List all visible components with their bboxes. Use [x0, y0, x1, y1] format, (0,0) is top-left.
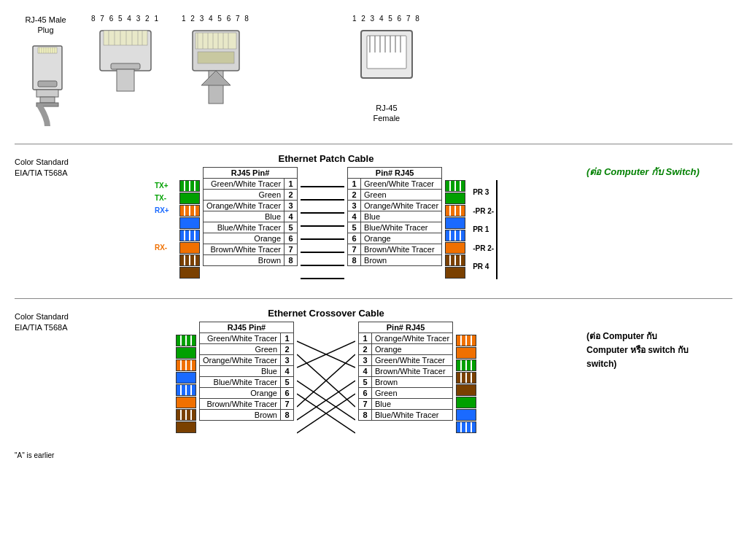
co-right-row-5: 5Brown	[359, 376, 453, 387]
patch-right-pin-6: 6	[348, 233, 361, 244]
swatch-patch-right-2	[445, 192, 465, 204]
patch-cable-section: Color Standard EIA/TIA T568A Ethernet Pa…	[7, 149, 740, 294]
tx-rx-column: TX+ TX- RX+ RX-	[155, 167, 177, 279]
co-right-pin-5: 5	[359, 376, 372, 387]
pr2b-label: -PR 2-	[473, 244, 494, 252]
patch-left-name-6: Orange	[203, 233, 284, 244]
co-left-row-3: Orange/White Tracer3	[199, 354, 293, 365]
co-left-name-2: Green	[199, 343, 280, 354]
co-right-pin-1: 1	[359, 332, 372, 343]
rj45-male-front: 1 2 3 4 5 6 7 8	[182, 15, 250, 110]
patch-left-name-3: Orange/White Tracer	[203, 200, 284, 211]
pr2b-group: -PR 2-	[473, 242, 498, 254]
svg-rect-2	[40, 97, 55, 103]
patch-annotation-text: (ต่อ Computer กับ Switch)	[587, 164, 732, 179]
crossover-lines-svg	[297, 335, 355, 444]
patch-right-name-8: Brown	[361, 254, 442, 265]
co-right-row-1: 1Orange/White Tracer	[359, 332, 453, 343]
pr3-label: PR 3	[473, 188, 489, 196]
co-right-name-1: Orange/White Tracer	[372, 332, 453, 343]
swatch-co-left-6	[176, 397, 196, 408]
crossover-cable-section: Color Standard EIA/TIA T568A Ethernet Cr…	[7, 303, 740, 448]
connectors-section: RJ-45 Male Plug	[7, 7, 740, 136]
co-right-pin-6: 6	[359, 387, 372, 398]
rj45-male-label: RJ-45 Male Plug	[25, 15, 66, 36]
patch-left-pin-2: 2	[285, 189, 298, 200]
patch-right-header: Pin# RJ45	[348, 167, 442, 178]
patch-right-name-7: Brown/White Tracer	[361, 244, 442, 254]
co-right-name-3: Green/White Tracer	[372, 354, 453, 365]
patch-right-swatches	[445, 167, 465, 279]
co-left-row-6: Orange6	[199, 387, 293, 398]
pr4-label: PR 4	[473, 262, 489, 271]
patch-right-row-6: 6Orange	[348, 233, 442, 244]
swatch-patch-right-7	[445, 254, 465, 266]
tx-rx-blank2	[155, 230, 177, 241]
patch-left-row-2: Green2	[203, 189, 297, 200]
patch-right-name-4: Blue	[361, 211, 442, 222]
patch-left-name-1: Green/White Tracer	[203, 178, 284, 189]
patch-left-pin-3: 3	[285, 200, 298, 211]
pr3-group: PR 3	[473, 180, 498, 205]
co-left-pin-1: 1	[281, 332, 294, 343]
patch-left-pin-1: 1	[285, 178, 298, 189]
crossover-right-swatches	[456, 322, 476, 434]
patch-right-pin-5: 5	[348, 222, 361, 233]
tx-plus-label: TX+	[155, 180, 177, 192]
svg-rect-34	[198, 52, 234, 63]
patch-left-pin-5: 5	[285, 222, 298, 233]
patch-right-name-5: Blue/White Tracer	[361, 222, 442, 233]
patch-right-name-6: Orange	[361, 233, 442, 244]
crossover-text-2: Computer หรือ switch กับ	[587, 345, 689, 355]
svg-rect-5	[38, 47, 57, 53]
divider-1	[15, 144, 732, 144]
divider-2	[15, 298, 732, 299]
co-left-row-5: Blue/White Tracer5	[199, 376, 293, 387]
co-left-pin-8: 8	[281, 409, 294, 420]
rj45-female: 1 2 3 4 5 6 7 8 RJ-45Female	[352, 15, 421, 124]
patch-left-pin-7: 7	[285, 244, 298, 254]
pin-numbers-left-top: 8 7 6 5 4 3 2 1	[91, 15, 160, 23]
patch-left-table: RJ45 Pin# Green/White Tracer1Green2Orang…	[203, 167, 298, 266]
swatch-patch-left-5	[179, 230, 200, 241]
co-right-row-3: 3Green/White Tracer	[359, 354, 453, 365]
crossover-annotation: (ต่อ Computer กับ Computer หรือ switch ก…	[572, 308, 732, 372]
patch-right-row-1: 1Green/White Tracer	[348, 178, 442, 189]
co-left-row-4: Blue4	[199, 365, 293, 376]
patch-annotation: (ต่อ Computer กับ Switch)	[572, 153, 732, 179]
svg-rect-26	[196, 33, 236, 49]
crossover-cable-title: Ethernet Crossover Cable	[268, 308, 384, 319]
co-right-name-8: Blue/White Tracer	[372, 409, 453, 420]
svg-marker-36	[201, 71, 231, 85]
svg-rect-1	[36, 90, 58, 97]
pr1-group: PR 1	[473, 217, 498, 242]
swatch-patch-left-6	[179, 242, 200, 254]
crossover-right-header: Pin# RJ45	[359, 322, 453, 332]
patch-left-row-3: Orange/White Tracer3	[203, 200, 297, 211]
co-right-pin-3: 3	[359, 354, 372, 365]
co-right-row-6: 6Green	[359, 387, 453, 398]
crossover-right-table: Pin# RJ45 1Orange/White Tracer2Orange3Gr…	[358, 322, 453, 421]
svg-rect-24	[117, 69, 134, 91]
crossover-color-standard: Color Standard EIA/TIA T568A	[15, 308, 80, 334]
rj45-female-svg	[354, 27, 419, 100]
patch-left-name-2: Green	[203, 189, 284, 200]
patch-left-row-5: Blue/White Tracer5	[203, 222, 297, 233]
co-right-name-6: Green	[372, 387, 453, 398]
patch-right-pin-8: 8	[348, 254, 361, 265]
swatch-co-right-7	[456, 409, 476, 421]
co-left-name-3: Orange/White Tracer	[199, 354, 280, 365]
footnote: "A" is earlier	[7, 448, 740, 462]
co-left-row-2: Green2	[199, 343, 293, 354]
swatch-co-right-1	[456, 335, 476, 346]
co-left-pin-6: 6	[281, 387, 294, 398]
co-left-name-6: Orange	[199, 387, 280, 398]
pr1-label: PR 1	[473, 225, 489, 233]
rj45-male-top: 8 7 6 5 4 3 2 1	[91, 15, 160, 96]
co-left-row-8: Brown8	[199, 409, 293, 420]
patch-left-pin-6: 6	[285, 233, 298, 244]
swatch-patch-right-1	[445, 180, 465, 192]
rj45-male-front-svg	[187, 27, 245, 107]
co-left-pin-5: 5	[281, 376, 294, 387]
co-right-name-2: Orange	[372, 343, 453, 354]
